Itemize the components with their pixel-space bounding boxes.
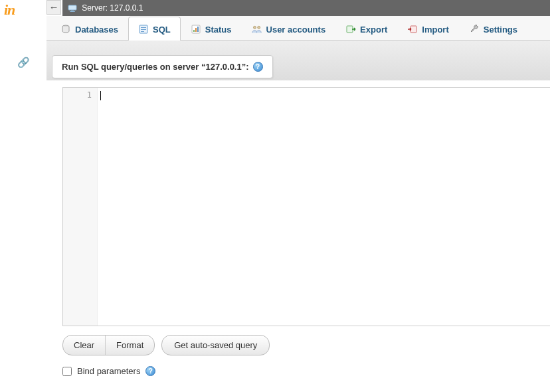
tab-label: Status	[205, 25, 232, 35]
svg-rect-0	[68, 5, 76, 10]
tab-export[interactable]: Export	[335, 17, 397, 41]
svg-point-13	[257, 26, 260, 29]
button-row: Clear Format Get auto-saved query	[62, 335, 270, 355]
get-auto-saved-button[interactable]: Get auto-saved query	[161, 335, 270, 355]
help-icon[interactable]: ?	[253, 62, 263, 72]
sql-icon	[138, 24, 149, 35]
main: ← Server: 127.0.0.1 Databases	[46, 0, 550, 392]
breadcrumb-label: Server: 127.0.0.1	[82, 3, 143, 13]
svg-rect-10	[195, 28, 197, 32]
database-icon	[60, 24, 71, 35]
svg-rect-9	[193, 30, 195, 32]
clear-format-group: Clear Format	[62, 335, 155, 355]
svg-rect-6	[141, 29, 146, 30]
link-icon[interactable]: 🔗	[0, 56, 46, 68]
wrench-icon	[469, 24, 480, 35]
svg-rect-5	[141, 27, 146, 28]
import-icon	[407, 24, 418, 35]
svg-rect-2	[70, 11, 75, 12]
clear-button[interactable]: Clear	[63, 336, 105, 355]
help-icon[interactable]: ?	[145, 366, 155, 376]
tab-label: Settings	[484, 25, 517, 35]
breadcrumb[interactable]: Server: 127.0.0.1	[62, 0, 550, 16]
tab-databases[interactable]: Databases	[50, 17, 128, 41]
svg-rect-1	[71, 11, 74, 11]
svg-rect-14	[347, 26, 353, 33]
users-icon	[252, 24, 262, 35]
left-panel: in 🔗	[0, 0, 46, 392]
tab-user-accounts[interactable]: User accounts	[242, 17, 336, 41]
tab-label: User accounts	[266, 25, 326, 35]
svg-rect-7	[141, 31, 144, 32]
status-icon	[191, 24, 201, 35]
content: Run SQL query/queries on server “127.0.0…	[46, 41, 550, 392]
export-icon	[345, 24, 356, 35]
sql-editor[interactable]: 1	[62, 87, 550, 326]
panel-title-text: Run SQL query/queries on server “127.0.0…	[62, 62, 249, 72]
tab-settings[interactable]: Settings	[459, 17, 527, 41]
bind-parameters-checkbox[interactable]	[62, 367, 72, 376]
line-number: 1	[63, 90, 92, 100]
tab-sql[interactable]: SQL	[128, 17, 181, 41]
editor-code[interactable]	[98, 88, 550, 326]
svg-rect-15	[411, 26, 416, 33]
svg-rect-11	[197, 27, 199, 32]
tab-import[interactable]: Import	[397, 17, 458, 41]
caret	[100, 91, 101, 100]
bind-parameters-row: Bind parameters ?	[62, 366, 155, 376]
bind-parameters-label: Bind parameters	[77, 366, 140, 376]
collapse-button[interactable]: ←	[46, 0, 61, 15]
tab-label: Export	[360, 25, 387, 35]
svg-point-12	[253, 26, 256, 29]
tabs: Databases SQL St	[46, 16, 550, 41]
tab-label: SQL	[153, 25, 171, 35]
logo: in	[0, 0, 46, 20]
tab-status[interactable]: Status	[181, 17, 242, 41]
tab-label: Import	[422, 25, 448, 35]
editor-gutter: 1	[63, 88, 98, 326]
panel-title: Run SQL query/queries on server “127.0.0…	[52, 55, 273, 78]
format-button[interactable]: Format	[105, 336, 154, 355]
tab-label: Databases	[75, 25, 118, 35]
server-icon	[68, 5, 77, 13]
